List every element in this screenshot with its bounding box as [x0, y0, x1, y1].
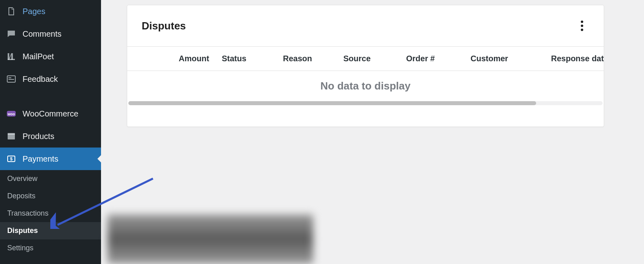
sidebar-item-mailpoet[interactable]: MailPoet — [0, 45, 101, 68]
svg-rect-7 — [8, 133, 15, 135]
sidebar-spacer — [0, 90, 101, 102]
sidebar-item-label: Pages — [23, 7, 45, 16]
col-header-customer[interactable]: Customer — [471, 54, 551, 63]
sidebar-item-feedback[interactable]: Feedback — [0, 68, 101, 90]
sidebar-item-label: Feedback — [23, 75, 58, 84]
card-options-button[interactable] — [575, 19, 589, 33]
col-header-source[interactable]: Source — [343, 54, 406, 63]
sub-item-transactions[interactable]: Transactions — [0, 205, 101, 222]
sidebar-item-label: Comments — [23, 29, 62, 39]
col-header-amount[interactable]: Amount — [147, 54, 222, 63]
sidebar-item-label: WooCommerce — [23, 109, 78, 118]
kebab-icon — [581, 21, 583, 31]
sidebar-item-label: MailPoet — [23, 52, 54, 61]
sidebar-item-label: Products — [23, 132, 54, 141]
card-footer — [127, 106, 604, 127]
woo-icon: woo — [6, 108, 17, 119]
svg-rect-0 — [8, 59, 15, 60]
sub-item-label: Overview — [7, 175, 37, 183]
horizontal-scrollbar[interactable] — [128, 101, 603, 105]
svg-rect-2 — [8, 77, 11, 78]
payments-icon: $ — [6, 153, 17, 164]
products-icon — [6, 131, 17, 142]
svg-rect-6 — [8, 134, 15, 139]
scrollbar-thumb[interactable] — [128, 101, 536, 105]
sidebar-item-woocommerce[interactable]: woo WooCommerce — [0, 102, 101, 125]
col-header-status[interactable]: Status — [222, 54, 283, 63]
feedback-icon — [6, 73, 17, 85]
table-head-row: Amount Status Reason Source Order # Cust… — [127, 47, 604, 71]
svg-rect-3 — [8, 79, 14, 80]
admin-sidebar: Pages Comments MailPoet Feedback woo Woo… — [0, 0, 101, 264]
mailpoet-icon — [6, 51, 17, 62]
blurred-region — [107, 214, 313, 264]
disputes-table: Amount Status Reason Source Order # Cust… — [127, 46, 604, 106]
sub-item-overview[interactable]: Overview — [0, 170, 101, 187]
sub-item-label: Deposits — [7, 192, 35, 200]
sidebar-item-pages[interactable]: Pages — [0, 0, 101, 23]
pages-icon — [6, 6, 17, 17]
col-header-reason[interactable]: Reason — [283, 54, 343, 63]
col-header-check — [127, 54, 147, 63]
sidebar-item-payments[interactable]: $ Payments — [0, 148, 101, 170]
svg-text:woo: woo — [7, 112, 15, 116]
sub-item-label: Disputes — [7, 227, 38, 235]
comment-icon — [6, 28, 17, 39]
sub-item-deposits[interactable]: Deposits — [0, 187, 101, 205]
sub-item-label: Settings — [7, 244, 33, 252]
sidebar-item-comments[interactable]: Comments — [0, 23, 101, 45]
card-header: Disputes — [127, 5, 604, 46]
sub-item-settings[interactable]: Settings — [0, 239, 101, 257]
sidebar-item-label: Payments — [23, 154, 58, 164]
sub-item-label: Transactions — [7, 209, 48, 217]
sidebar-item-products[interactable]: Products — [0, 125, 101, 148]
sub-item-disputes[interactable]: Disputes — [0, 222, 101, 239]
svg-text:$: $ — [10, 156, 12, 161]
card-title: Disputes — [142, 20, 186, 32]
col-header-response-date[interactable]: Response date — [551, 54, 604, 63]
table-empty-message: No data to display — [127, 71, 604, 101]
col-header-order[interactable]: Order # — [406, 54, 471, 63]
disputes-card: Disputes Amount Status Reason Source Ord… — [127, 5, 604, 127]
